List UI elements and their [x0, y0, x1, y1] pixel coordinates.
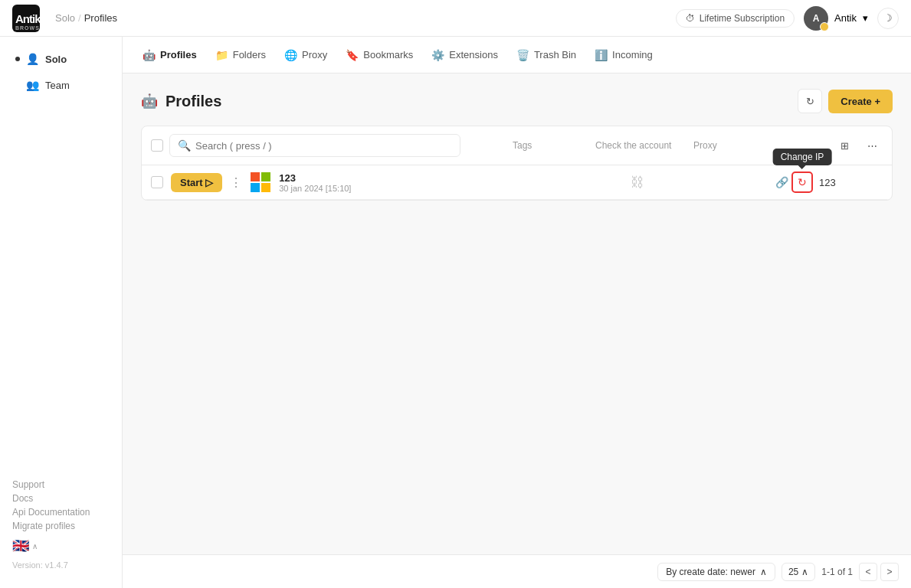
topbar-right: ⏱ Lifetime Subscription A Antik ▾ ☽: [676, 6, 899, 31]
row-tags: ⛓: [607, 175, 668, 191]
avatar-badge: [820, 22, 829, 31]
filter-button[interactable]: ⊞: [834, 135, 855, 156]
header-actions: ↻ Create +: [798, 89, 893, 113]
sidebar-item-label-team: Team: [45, 80, 70, 91]
content-area: 🤖 Profiles 📁 Folders 🌐 Proxy 🔖 Bookmarks…: [123, 37, 911, 588]
profiles-tab-label: Profiles: [160, 49, 197, 60]
folders-tab-icon: 📁: [215, 49, 228, 61]
start-button[interactable]: Start ▷: [171, 173, 222, 192]
team-icon: 👥: [26, 79, 39, 91]
sort-select[interactable]: By create date: newer ∧: [657, 563, 775, 581]
page-title-row: 🤖 Profiles: [141, 93, 221, 110]
refresh-button[interactable]: ↻: [798, 89, 822, 113]
next-page-button[interactable]: >: [880, 563, 899, 581]
tab-proxy[interactable]: 🌐 Proxy: [277, 44, 335, 66]
active-dot: [15, 57, 20, 61]
prev-page-button[interactable]: <: [859, 563, 877, 581]
col-header-proxy: Proxy: [693, 140, 785, 151]
support-link[interactable]: Support: [12, 479, 110, 490]
svg-rect-3: [251, 172, 260, 181]
bookmarks-tab-label: Bookmarks: [363, 49, 413, 60]
svg-text:BROWSER: BROWSER: [15, 25, 40, 31]
page-title: Profiles: [165, 93, 221, 110]
tab-folders[interactable]: 📁 Folders: [208, 44, 274, 66]
breadcrumb-parent[interactable]: Solo: [55, 12, 75, 24]
avatar: A: [804, 6, 828, 31]
breadcrumb-separator: /: [78, 12, 81, 24]
col-header-check: Check the account: [595, 140, 687, 151]
tab-trash-bin[interactable]: 🗑️ Trash Bin: [509, 44, 584, 66]
table-header-bar: 🔍 Tags Check the account Proxy ⊞ ⋯: [142, 126, 892, 165]
chevron-down-icon: ▾: [863, 12, 868, 24]
row-checkbox[interactable]: [151, 176, 163, 188]
row-more-button[interactable]: ⋮: [230, 175, 242, 190]
pagination-buttons: < >: [859, 563, 899, 581]
subscription-badge: ⏱ Lifetime Subscription: [676, 9, 795, 28]
version-label: Version: v1.4.7: [12, 560, 110, 570]
profile-name-block: 123 30 jan 2024 [15:10]: [279, 172, 599, 193]
profiles-table: 🔍 Tags Check the account Proxy ⊞ ⋯ Start…: [141, 126, 893, 201]
docs-link[interactable]: Docs: [12, 493, 110, 504]
svg-rect-4: [261, 172, 270, 181]
incoming-tab-icon: ℹ️: [595, 49, 608, 61]
flag-icon: 🇬🇧: [12, 537, 29, 554]
col-header-tags: Tags: [513, 140, 574, 151]
profile-name: 123: [279, 172, 599, 184]
create-button[interactable]: Create +: [828, 90, 893, 113]
svg-rect-6: [261, 183, 270, 192]
nav-tabs: 🤖 Profiles 📁 Folders 🌐 Proxy 🔖 Bookmarks…: [123, 37, 911, 74]
more-options-button[interactable]: ⋯: [861, 135, 883, 156]
subscription-label: Lifetime Subscription: [700, 13, 785, 24]
change-ip-wrap: ↻ Change IP: [791, 172, 813, 193]
bookmarks-tab-icon: 🔖: [346, 49, 359, 61]
windows-icon: [250, 172, 271, 193]
page-header: 🤖 Profiles ↻ Create +: [141, 89, 893, 113]
sidebar-item-solo[interactable]: 👤 Solo: [3, 47, 119, 71]
breadcrumb: Solo / Profiles: [55, 12, 117, 24]
sidebar-bottom: Support Docs Api Documentation Migrate p…: [0, 470, 122, 579]
folders-tab-label: Folders: [233, 49, 266, 60]
search-icon: 🔍: [178, 139, 191, 152]
proxy-tab-label: Proxy: [302, 49, 327, 60]
table-row: Start ▷ ⋮ 123 30 jan 2024 [15:10]: [142, 165, 892, 200]
trash-tab-icon: 🗑️: [516, 49, 529, 61]
user-menu[interactable]: A Antik ▾: [804, 6, 868, 31]
clock-icon: ⏱: [686, 13, 695, 24]
proxy-link-icon: 🔗: [775, 176, 788, 188]
tab-extensions[interactable]: ⚙️ Extensions: [424, 44, 506, 66]
topbar-left: Antik BROWSER Solo / Profiles: [12, 5, 117, 32]
sidebar-item-label: Solo: [45, 54, 67, 65]
breadcrumb-current: Profiles: [84, 12, 117, 24]
trash-tab-label: Trash Bin: [534, 49, 576, 60]
row-proxy: 🔗 ↻ Change IP 123: [775, 172, 883, 193]
select-all-checkbox[interactable]: [151, 139, 163, 152]
tab-profiles[interactable]: 🤖 Profiles: [135, 44, 205, 66]
search-input[interactable]: [195, 140, 452, 152]
page-size-chevron-icon: ∧: [801, 567, 808, 577]
page-size-selector[interactable]: 25 ∧: [782, 563, 815, 581]
person-icon: 👤: [26, 53, 39, 65]
sidebar-item-team[interactable]: 👥 Team: [3, 73, 119, 97]
sort-chevron-icon: ∧: [760, 567, 767, 577]
logo: Antik BROWSER: [12, 5, 40, 32]
sidebar: 👤 Solo 👥 Team Support Docs Api Documenta…: [0, 37, 123, 588]
profile-date: 30 jan 2024 [15:10]: [279, 184, 599, 193]
tab-incoming[interactable]: ℹ️ Incoming: [587, 44, 660, 66]
pagination-info: 1-1 of 1: [821, 567, 853, 577]
bottom-bar: By create date: newer ∧ 25 ∧ 1-1 of 1 < …: [123, 554, 911, 588]
extensions-tab-label: Extensions: [449, 49, 498, 60]
change-ip-button[interactable]: ↻: [791, 172, 813, 193]
profiles-tab-icon: 🤖: [143, 49, 156, 61]
tab-bookmarks[interactable]: 🔖 Bookmarks: [338, 44, 421, 66]
chevron-up-icon: ∧: [32, 542, 38, 550]
logo-icon: Antik BROWSER: [12, 5, 40, 32]
api-docs-link[interactable]: Api Documentation: [12, 507, 110, 518]
language-selector[interactable]: 🇬🇧 ∧: [12, 537, 110, 554]
migrate-profiles-link[interactable]: Migrate profiles: [12, 521, 110, 531]
dark-mode-button[interactable]: ☽: [877, 8, 899, 29]
svg-text:Antik: Antik: [15, 12, 40, 25]
page-size-value: 25: [788, 567, 798, 577]
incoming-tab-label: Incoming: [612, 49, 653, 60]
profiles-title-icon: 🤖: [141, 93, 158, 109]
proxy-name: 123: [819, 177, 836, 188]
